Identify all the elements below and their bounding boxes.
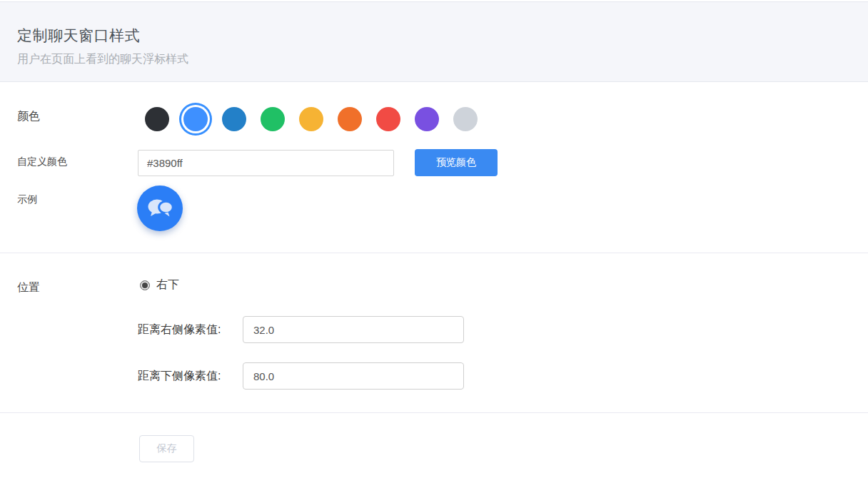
- page-title: 定制聊天窗口样式: [17, 26, 140, 46]
- color-swatches: [145, 107, 478, 131]
- bottom-offset-label: 距离下侧像素值:: [138, 369, 221, 384]
- position-radio-bottom-right[interactable]: 右下: [140, 278, 179, 293]
- color-swatch-blue[interactable]: [183, 107, 208, 131]
- color-swatch-green[interactable]: [261, 107, 285, 131]
- color-swatch-black[interactable]: [145, 107, 169, 131]
- color-swatch-orange[interactable]: [338, 107, 362, 131]
- color-swatch-purple[interactable]: [415, 107, 439, 131]
- color-label: 颜色: [17, 109, 40, 124]
- customize-chat-style-page: 定制聊天窗口样式 用户在页面上看到的聊天浮标样式 颜色 自定义颜色 预览颜色 示…: [0, 0, 868, 478]
- custom-color-input[interactable]: [138, 150, 394, 176]
- section-divider-2: [0, 412, 868, 413]
- preview-color-button[interactable]: 预览颜色: [415, 149, 498, 176]
- chat-bubbles-icon: [146, 196, 173, 220]
- color-swatch-amber[interactable]: [299, 107, 323, 131]
- color-swatch-gray[interactable]: [453, 107, 478, 131]
- save-button[interactable]: 保存: [139, 435, 194, 462]
- position-label: 位置: [17, 280, 40, 295]
- color-swatch-red[interactable]: [376, 107, 400, 131]
- radio-label: 右下: [156, 278, 179, 293]
- page-subtitle: 用户在页面上看到的聊天浮标样式: [17, 52, 188, 67]
- page-header: 定制聊天窗口样式 用户在页面上看到的聊天浮标样式: [0, 1, 868, 82]
- example-label: 示例: [17, 193, 37, 206]
- right-offset-input[interactable]: [243, 316, 464, 343]
- right-offset-label: 距离右侧像素值:: [138, 322, 221, 337]
- radio-icon[interactable]: [140, 280, 150, 290]
- section-divider-1: [0, 253, 868, 253]
- custom-color-label: 自定义颜色: [17, 156, 67, 168]
- bottom-offset-input[interactable]: [243, 362, 464, 390]
- color-swatch-dark-blue[interactable]: [222, 107, 246, 131]
- chat-float-example[interactable]: [137, 185, 183, 231]
